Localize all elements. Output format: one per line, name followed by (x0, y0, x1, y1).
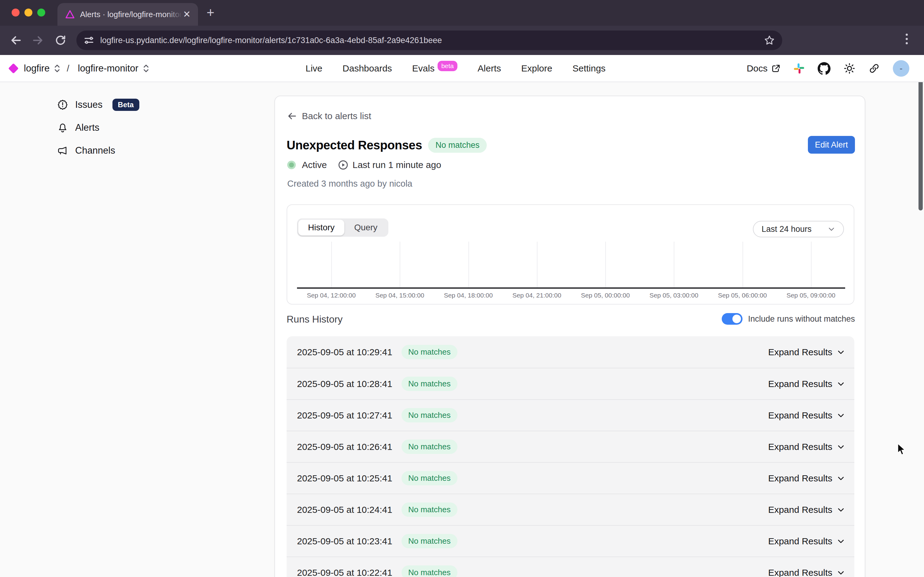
breadcrumb-separator: / (67, 63, 69, 74)
nav-explore[interactable]: Explore (521, 63, 552, 74)
time-range-select[interactable]: Last 24 hours (753, 221, 844, 237)
bookmark-star-icon[interactable] (764, 35, 775, 46)
nav-dashboards[interactable]: Dashboards (342, 63, 392, 74)
run-row: 2025-09-05 at 10:29:41 No matches Expand… (287, 336, 854, 368)
reload-icon[interactable] (55, 34, 67, 47)
run-match-badge: No matches (402, 471, 457, 485)
page-scrollbar[interactable] (919, 82, 923, 210)
page-body: Issues Beta Alerts Channels (0, 82, 924, 577)
slack-icon[interactable] (793, 63, 805, 74)
run-match-badge: No matches (402, 345, 457, 359)
browser-menu-icon[interactable] (906, 34, 908, 44)
include-runs-toggle[interactable] (722, 313, 742, 325)
sidebar-issues-label: Issues (75, 99, 103, 110)
expand-results-label: Expand Results (768, 442, 832, 452)
sidebar-alerts-label: Alerts (75, 122, 99, 133)
minimize-window-button[interactable] (24, 8, 32, 16)
project-switcher[interactable]: logfire-monitor (78, 63, 139, 74)
zoom-window-button[interactable] (37, 8, 45, 16)
x-tick: Sep 04, 12:00:00 (297, 292, 366, 299)
expand-results-button[interactable]: Expand Results (768, 504, 845, 515)
expand-results-label: Expand Results (768, 347, 832, 357)
sidebar: Issues Beta Alerts Channels (57, 97, 228, 166)
user-avatar[interactable]: - (893, 60, 909, 77)
logfire-favicon (65, 9, 75, 19)
x-tick: Sep 04, 15:00:00 (366, 292, 434, 299)
site-settings-icon[interactable] (84, 35, 94, 45)
main-nav: Live Dashboards Evals beta Alerts Explor… (306, 63, 606, 74)
tab-close-icon[interactable]: ✕ (181, 8, 193, 20)
active-status-dot (287, 161, 296, 169)
chevron-down-icon (837, 474, 845, 483)
new-tab-button[interactable]: + (206, 5, 214, 20)
chevron-down-icon (837, 537, 845, 546)
theme-sun-icon[interactable] (843, 62, 856, 74)
sidebar-item-channels[interactable]: Channels (57, 143, 228, 158)
org-switcher-chevrons-icon[interactable] (54, 64, 61, 73)
run-timestamp: 2025-09-05 at 10:26:41 (297, 442, 392, 452)
github-icon[interactable] (818, 62, 830, 75)
sidebar-item-alerts[interactable]: Alerts (57, 120, 228, 135)
tab-query[interactable]: Query (344, 220, 387, 235)
run-row: 2025-09-05 at 10:25:41 No matches Expand… (287, 462, 854, 493)
run-timestamp: 2025-09-05 at 10:27:41 (297, 410, 392, 421)
runs-chart (297, 242, 845, 287)
include-runs-toggle-label: Include runs without matches (748, 314, 855, 324)
alert-title-row: Unexpected Responses No matches (287, 138, 487, 153)
chart-x-axis (297, 287, 845, 288)
expand-results-button[interactable]: Expand Results (768, 567, 845, 577)
chevron-down-icon (837, 506, 845, 514)
run-timestamp: 2025-09-05 at 10:22:41 (297, 567, 392, 577)
x-tick: Sep 04, 18:00:00 (434, 292, 503, 299)
project-switcher-chevrons-icon[interactable] (143, 64, 149, 73)
active-label: Active (302, 160, 327, 170)
x-tick: Sep 04, 21:00:00 (503, 292, 571, 299)
forward-icon[interactable] (32, 34, 44, 47)
org-switcher[interactable]: logfire (24, 63, 50, 74)
nav-live[interactable]: Live (306, 63, 323, 74)
runs-list: 2025-09-05 at 10:29:41 No matches Expand… (287, 336, 854, 577)
include-runs-toggle-row: Include runs without matches (722, 313, 855, 325)
window-controls[interactable] (11, 8, 45, 16)
expand-results-button[interactable]: Expand Results (768, 410, 845, 421)
nav-settings[interactable]: Settings (572, 63, 605, 74)
created-by-text: Created 3 months ago by nicola (287, 179, 412, 189)
chevron-down-icon (837, 380, 845, 388)
last-run: Last run 1 minute ago (338, 160, 441, 170)
url-text[interactable]: logfire-us.pydantic.dev/logfire/logfire-… (100, 36, 764, 45)
tab-title-fade (166, 6, 182, 23)
run-timestamp: 2025-09-05 at 10:28:41 (297, 379, 392, 389)
chevron-down-icon (837, 569, 845, 577)
nav-evals[interactable]: Evals beta (412, 63, 457, 74)
expand-results-button[interactable]: Expand Results (768, 536, 845, 546)
back-icon[interactable] (10, 34, 22, 47)
tab-history[interactable]: History (298, 220, 344, 235)
share-link-icon[interactable] (868, 63, 880, 74)
expand-results-label: Expand Results (768, 379, 832, 389)
breadcrumb: logfire / logfire-monitor (10, 63, 149, 74)
expand-results-button[interactable]: Expand Results (768, 379, 845, 389)
edit-alert-button[interactable]: Edit Alert (808, 136, 855, 154)
x-tick: Sep 05, 06:00:00 (708, 292, 777, 299)
run-match-badge: No matches (402, 440, 457, 454)
expand-results-button[interactable]: Expand Results (768, 347, 845, 357)
close-window-button[interactable] (11, 8, 19, 16)
run-match-badge: No matches (402, 408, 457, 422)
browser-tab[interactable]: Alerts · logfire/logfire-monitor ✕ (58, 3, 198, 26)
run-row: 2025-09-05 at 10:27:41 No matches Expand… (287, 399, 854, 431)
tab-title: Alerts · logfire/logfire-monitor (80, 10, 181, 19)
run-row: 2025-09-05 at 10:24:41 No matches Expand… (287, 493, 854, 525)
url-bar[interactable]: logfire-us.pydantic.dev/logfire/logfire-… (76, 31, 782, 50)
back-to-alerts-link[interactable]: Back to alerts list (287, 111, 371, 121)
expand-results-label: Expand Results (768, 536, 832, 546)
expand-results-button[interactable]: Expand Results (768, 442, 845, 452)
run-timestamp: 2025-09-05 at 10:25:41 (297, 473, 392, 484)
last-run-label: Last run 1 minute ago (353, 160, 441, 170)
nav-alerts[interactable]: Alerts (477, 63, 501, 74)
expand-results-button[interactable]: Expand Results (768, 473, 845, 484)
mouse-cursor (897, 443, 906, 456)
history-panel: History Query Last 24 hours Sep 04, 12:0… (287, 204, 854, 305)
sidebar-item-issues[interactable]: Issues Beta (57, 97, 228, 112)
docs-link[interactable]: Docs (747, 63, 780, 74)
x-tick: Sep 05, 00:00:00 (571, 292, 640, 299)
